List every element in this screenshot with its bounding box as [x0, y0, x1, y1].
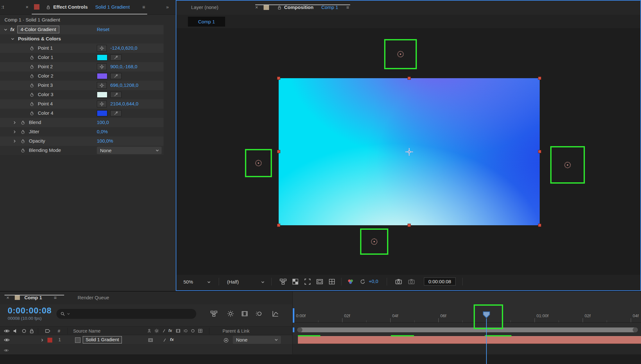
exposure-value[interactable]: +0,0 [369, 278, 378, 284]
source-name-column[interactable]: Source Name [73, 328, 101, 334]
effect-name[interactable]: 4-Color Gradient [17, 26, 59, 33]
point-value[interactable]: 696,0,1208,0 [110, 82, 139, 88]
mini-flowchart-icon[interactable] [280, 278, 287, 285]
adjustment-layer-icon[interactable] [190, 328, 195, 333]
composition-flowchart-icon[interactable] [210, 310, 217, 317]
stopwatch-icon[interactable] [30, 102, 34, 106]
point-value[interactable]: 2104,0,644,0 [110, 101, 139, 106]
eyedropper-button[interactable] [110, 110, 122, 116]
stopwatch-icon[interactable] [21, 129, 25, 134]
effect-point-handle[interactable] [397, 51, 404, 57]
effect-point-button[interactable] [97, 63, 107, 70]
show-snapshot-icon[interactable] [408, 278, 415, 285]
layer-duration-bar[interactable] [298, 336, 641, 344]
point-value[interactable]: 900,0,-168,0 [110, 64, 137, 69]
snapshot-icon[interactable] [395, 278, 402, 285]
lock-icon[interactable] [29, 328, 35, 334]
chevron-right-icon[interactable] [12, 120, 17, 125]
composition-viewport[interactable] [176, 28, 640, 275]
composition-tab-title[interactable]: Composition [284, 4, 314, 10]
gradient-layer[interactable] [279, 78, 540, 225]
stopwatch-icon[interactable] [21, 139, 25, 144]
work-area-start-marker[interactable] [293, 308, 294, 323]
stopwatch-icon[interactable] [21, 148, 25, 153]
grid-guides-icon[interactable] [328, 278, 335, 285]
layer-row[interactable]: 1 Solid 1 Gradient fx None [0, 335, 292, 345]
region-of-interest-icon[interactable] [304, 278, 311, 285]
chevron-down-icon[interactable] [207, 280, 211, 285]
stopwatch-icon[interactable] [30, 83, 34, 88]
parent-pickwhip-icon[interactable] [223, 337, 229, 343]
color-swatch[interactable] [97, 92, 107, 98]
zoom-select[interactable]: 50% [183, 278, 193, 286]
solo-icon[interactable] [21, 328, 27, 334]
resolution-select[interactable]: (Half) [227, 278, 239, 286]
navigator-handle[interactable] [297, 327, 302, 332]
stopwatch-icon[interactable] [30, 111, 34, 116]
channels-icon[interactable] [347, 278, 354, 285]
graph-editor-icon[interactable] [272, 310, 279, 317]
shy-icon[interactable] [147, 328, 152, 333]
current-timecode[interactable]: 0:00:00:08 [8, 306, 52, 316]
chevron-down-icon[interactable] [3, 27, 8, 32]
stopwatch-icon[interactable] [30, 55, 34, 60]
eyedropper-button[interactable] [110, 73, 122, 79]
selection-handle[interactable] [277, 150, 280, 153]
effect-point-button[interactable] [97, 101, 107, 107]
panel-title[interactable]: Effect Controls [53, 4, 88, 10]
transparency-grid-icon[interactable] [292, 278, 299, 285]
frame-blending-icon[interactable] [241, 310, 248, 317]
selection-handle[interactable] [408, 224, 411, 227]
chevron-right-icon[interactable] [12, 129, 17, 134]
selection-handle[interactable] [538, 150, 541, 153]
lock-icon[interactable] [46, 5, 51, 10]
anchor-point-icon[interactable] [404, 147, 414, 157]
eyedropper-button[interactable] [110, 54, 122, 61]
eye-icon[interactable] [4, 348, 9, 353]
collapse-icon[interactable] [154, 328, 159, 333]
eye-icon[interactable] [4, 337, 10, 343]
playhead-line[interactable] [486, 318, 487, 364]
selection-handle[interactable] [277, 224, 280, 227]
motion-blur-icon[interactable] [183, 328, 188, 333]
render-queue-tab[interactable]: Render Queue [78, 295, 109, 300]
playhead-marker[interactable] [483, 311, 490, 318]
stopwatch-icon[interactable] [30, 46, 34, 51]
timeline-navigator[interactable] [297, 327, 638, 332]
chevron-right-icon[interactable] [40, 338, 45, 343]
viewer-comp-tab[interactable]: Comp 1 [188, 17, 225, 27]
parent-select[interactable]: None [233, 336, 281, 344]
effect-point-button[interactable] [97, 82, 107, 89]
timeline-search-input[interactable] [56, 309, 196, 319]
effect-point-handle[interactable] [564, 162, 571, 168]
audio-icon[interactable] [13, 328, 19, 334]
video-eye-icon[interactable] [4, 328, 10, 334]
motion-blur-icon[interactable] [255, 310, 262, 317]
panel-menu-icon[interactable]: ≡ [54, 295, 57, 300]
layer-tab[interactable]: Layer (none) [191, 4, 218, 10]
timeline-comp-tab[interactable]: Comp 1 [24, 295, 42, 300]
fx-column-icon[interactable]: fx [168, 328, 172, 333]
chevron-right-icon[interactable] [12, 139, 17, 144]
point-value[interactable]: -124,0,620,0 [110, 45, 137, 51]
viewer-timecode[interactable]: 0:00:00:08 [424, 277, 456, 285]
label-icon[interactable] [45, 328, 51, 334]
frame-blend-icon[interactable] [176, 328, 181, 333]
eyedropper-button[interactable] [110, 92, 122, 98]
parent-link-column[interactable]: Parent & Link [223, 328, 249, 334]
layer-label-swatch[interactable] [47, 338, 52, 343]
draft-3d-icon[interactable] [227, 310, 234, 317]
param-value[interactable]: 100,0 [97, 120, 109, 125]
quality-icon[interactable] [162, 328, 166, 333]
stopwatch-icon[interactable] [21, 120, 25, 125]
selection-handle[interactable] [277, 77, 280, 80]
blending-mode-select[interactable]: None [97, 147, 162, 154]
reset-link[interactable]: Reset [97, 27, 109, 32]
panel-menu-icon[interactable]: ≡ [346, 4, 349, 10]
param-value[interactable]: 100,0% [97, 138, 113, 144]
layer-fx-badge[interactable]: fx [170, 337, 174, 342]
close-tab-button[interactable]: × [26, 4, 29, 10]
stopwatch-icon[interactable] [30, 74, 34, 79]
reset-exposure-icon[interactable] [360, 279, 366, 285]
effect-point-handle[interactable] [255, 160, 262, 166]
